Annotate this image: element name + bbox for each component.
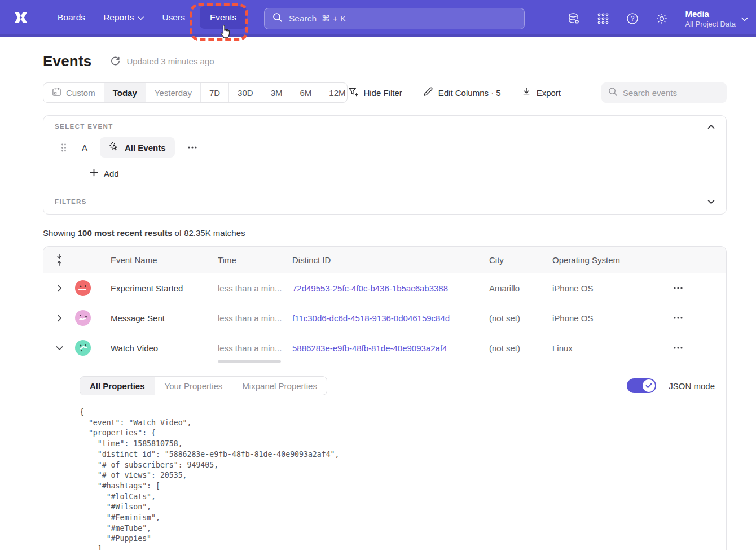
global-search[interactable] (264, 8, 525, 29)
apps-grid-icon[interactable] (592, 8, 614, 29)
event-selector-pill[interactable]: All Events (100, 137, 175, 158)
column-header-event-name[interactable]: Event Name (100, 255, 218, 265)
json-mode-toggle[interactable] (627, 378, 656, 393)
main-content: Events Updated 3 minutes ago (0, 52, 756, 550)
json-mode-label: JSON mode (669, 381, 715, 391)
search-icon (272, 12, 283, 25)
calendar-icon (52, 87, 61, 98)
date-option-7d[interactable]: 7D (201, 83, 229, 102)
os-cell: iPhone OS (552, 313, 630, 323)
column-header-os[interactable]: Operating System (552, 255, 630, 265)
os-cell: iPhone OS (552, 283, 630, 293)
date-option-today[interactable]: Today (104, 83, 146, 102)
tab-mixpanel-properties[interactable]: Mixpanel Properties (232, 377, 327, 395)
search-icon (608, 87, 618, 99)
distinct-id-link[interactable]: 5886283e-e9fb-48fb-81de-40e9093a2af4 (292, 343, 489, 353)
project-scope: All Project Data (685, 19, 736, 29)
settings-gear-icon[interactable] (651, 8, 673, 29)
refresh-icon[interactable] (108, 54, 122, 68)
chevron-down-icon (741, 14, 748, 24)
event-avatar (75, 310, 91, 326)
help-icon[interactable]: ? (622, 8, 643, 29)
event-detail-panel: All Properties Your Properties Mixpanel … (43, 363, 726, 550)
events-page: Boards Reports Users Events (0, 0, 756, 550)
selected-event-name: All Events (125, 143, 166, 152)
nav-item-boards[interactable]: Boards (49, 7, 94, 28)
nav-item-label: Reports (103, 12, 134, 23)
expand-filters-icon[interactable] (707, 199, 715, 204)
date-option-yesterday[interactable]: Yesterday (146, 83, 201, 102)
query-builder-panel: SELECT EVENT A (43, 115, 727, 215)
nav-item-label: Events (210, 12, 236, 23)
event-name-cell: Experiment Started (100, 283, 218, 293)
drag-handle-icon[interactable] (60, 143, 67, 152)
data-management-icon[interactable] (563, 8, 584, 29)
nav-item-users[interactable]: Users (153, 7, 194, 28)
sort-order-icon[interactable] (43, 253, 75, 267)
distinct-id-link[interactable]: f11c30d6-dc6d-4518-9136-0d046159c84d (292, 313, 489, 323)
event-row-more-icon[interactable] (185, 143, 200, 151)
table-row[interactable]: Experiment Started less than a min... 72… (43, 273, 726, 303)
project-name: Media (685, 8, 736, 19)
date-option-12m[interactable]: 12M (320, 83, 348, 102)
os-cell: Linux (552, 343, 630, 353)
row-more-icon[interactable] (630, 283, 726, 293)
city-cell: (not set) (489, 313, 552, 323)
date-option-30d[interactable]: 30D (229, 83, 262, 102)
time-cell: less than a min... (218, 283, 292, 293)
table-row[interactable]: Watch Video less than a min... 5886283e-… (43, 333, 726, 363)
table-row[interactable]: Message Sent less than a min... f11c30d6… (43, 303, 726, 333)
column-header-distinct-id[interactable]: Distinct ID (292, 255, 489, 265)
tab-your-properties[interactable]: Your Properties (155, 377, 233, 395)
mixpanel-logo-icon[interactable] (11, 8, 30, 27)
toggle-knob (643, 379, 655, 392)
add-event-button[interactable]: Add (90, 167, 119, 180)
date-option-6m[interactable]: 6M (291, 83, 320, 102)
chevron-down-icon (138, 12, 144, 23)
nav-item-label: Users (162, 12, 184, 23)
date-option-3m[interactable]: 3M (262, 83, 292, 102)
export-button[interactable]: Export (521, 87, 561, 99)
date-option-custom[interactable]: Custom (43, 83, 104, 102)
project-selector[interactable]: Media All Project Data (685, 8, 748, 29)
top-nav: Boards Reports Users Events (0, 0, 756, 37)
properties-tabs: All Properties Your Properties Mixpanel … (80, 376, 327, 395)
events-table: Event Name Time Distinct ID City Operati… (43, 246, 727, 550)
search-events-box[interactable] (601, 82, 727, 103)
global-search-input[interactable] (289, 14, 516, 24)
expand-row-icon[interactable] (43, 315, 75, 322)
column-header-city[interactable]: City (489, 255, 552, 265)
plus-icon (90, 168, 98, 179)
collapse-row-icon[interactable] (43, 344, 75, 352)
expand-row-icon[interactable] (43, 285, 75, 292)
nav-item-reports[interactable]: Reports (94, 7, 153, 28)
edit-columns-button[interactable]: Edit Columns · 5 (423, 86, 501, 99)
date-range-control: Custom Today Yesterday 7D 30D 3M 6M 12M (43, 82, 348, 103)
row-more-icon[interactable] (630, 343, 726, 353)
distinct-id-link[interactable]: 72d49553-25fc-4f0c-b436-1b5ac6ab3388 (292, 283, 489, 293)
page-title: Events (43, 53, 91, 70)
filter-funnel-icon (348, 86, 358, 99)
event-query-row: A All Events (60, 137, 715, 158)
tab-all-properties[interactable]: All Properties (80, 377, 155, 395)
nav-right-actions: ? Media All Project Data (563, 0, 748, 37)
all-events-sparkle-icon (109, 141, 120, 154)
select-event-label: SELECT EVENT (55, 123, 113, 130)
city-cell: Amarillo (489, 283, 552, 293)
nav-item-label: Boards (58, 12, 85, 23)
search-events-input[interactable] (623, 88, 735, 98)
horizontal-scrollbar-thumb[interactable] (218, 360, 281, 363)
nav-item-events[interactable]: Events (200, 6, 247, 29)
collapse-section-icon[interactable] (707, 124, 715, 129)
event-avatar (75, 280, 91, 296)
hide-filter-button[interactable]: Hide Filter (348, 86, 402, 99)
updated-timestamp: Updated 3 minutes ago (126, 56, 214, 66)
filters-label: FILTERS (55, 198, 87, 205)
column-header-time[interactable]: Time (218, 255, 292, 265)
svg-text:?: ? (631, 15, 635, 23)
event-name-cell: Watch Video (100, 343, 218, 353)
row-more-icon[interactable] (630, 313, 726, 323)
event-name-cell: Message Sent (100, 313, 218, 323)
table-header-row: Event Name Time Distinct ID City Operati… (43, 247, 726, 273)
event-avatar (75, 340, 91, 356)
